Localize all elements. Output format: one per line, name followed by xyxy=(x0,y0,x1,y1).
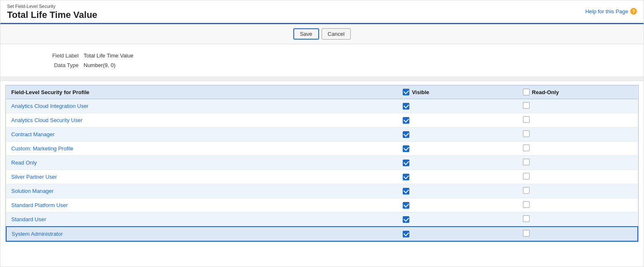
cell-visible xyxy=(398,156,518,170)
cell-profile: Analytics Cloud Integration User xyxy=(6,99,398,113)
table-row: Read Only xyxy=(6,156,638,170)
cancel-button[interactable]: Cancel xyxy=(322,28,351,40)
table-header-row: Field-Level Security for Profile Visible… xyxy=(6,85,638,99)
page-wrapper: Set Field-Level Security Total Life Time… xyxy=(0,0,644,267)
cell-readonly xyxy=(518,113,638,127)
visible-checkbox[interactable] xyxy=(403,103,409,110)
security-table-section: Field-Level Security for Profile Visible… xyxy=(5,85,639,242)
table-row: Standard User xyxy=(6,212,638,227)
visible-checkbox[interactable] xyxy=(403,231,409,237)
visible-checkbox[interactable] xyxy=(403,174,409,180)
visible-checkbox[interactable] xyxy=(403,131,409,138)
header-readonly-checkbox[interactable] xyxy=(523,89,530,95)
table-row: System Administrator xyxy=(6,227,638,241)
cell-profile: Standard User xyxy=(6,212,398,227)
readonly-checkbox[interactable] xyxy=(523,116,530,123)
table-row: Analytics Cloud Integration User xyxy=(6,99,638,113)
cell-profile: Standard Platform User xyxy=(6,198,398,212)
cell-visible xyxy=(398,99,518,113)
cell-readonly xyxy=(518,212,638,227)
field-type-label: Data Type xyxy=(0,62,84,68)
readonly-checkbox[interactable] xyxy=(523,130,530,137)
cell-readonly xyxy=(518,184,638,198)
security-table: Field-Level Security for Profile Visible… xyxy=(6,85,638,242)
help-icon: ? xyxy=(630,8,637,15)
cell-visible xyxy=(398,184,518,198)
readonly-checkbox[interactable] xyxy=(523,230,530,237)
page-header: Set Field-Level Security Total Life Time… xyxy=(0,0,644,24)
cell-profile: Silver Partner User xyxy=(6,170,398,184)
table-row: Analytics Cloud Security User xyxy=(6,113,638,127)
cell-readonly xyxy=(518,227,638,241)
cell-profile: Custom: Marketing Profile xyxy=(6,142,398,156)
readonly-checkbox[interactable] xyxy=(523,187,530,194)
save-button[interactable]: Save xyxy=(293,28,319,40)
visible-checkbox[interactable] xyxy=(403,216,409,223)
table-row: Silver Partner User xyxy=(6,170,638,184)
readonly-checkbox[interactable] xyxy=(523,159,530,165)
cell-readonly xyxy=(518,99,638,113)
cell-profile: System Administrator xyxy=(6,227,398,241)
toolbar: Save Cancel xyxy=(0,24,644,44)
cell-visible xyxy=(398,127,518,142)
cell-visible xyxy=(398,227,518,241)
field-label-row: Field Label Total Life Time Value xyxy=(0,51,644,60)
visible-checkbox[interactable] xyxy=(403,202,409,209)
cell-visible xyxy=(398,170,518,184)
header-left: Set Field-Level Security Total Life Time… xyxy=(7,4,97,20)
cell-readonly xyxy=(518,198,638,212)
help-link[interactable]: Help for this Page ? xyxy=(585,8,637,15)
visible-checkbox[interactable] xyxy=(403,117,409,124)
cell-profile: Contract Manager xyxy=(6,127,398,142)
visible-checkbox[interactable] xyxy=(403,188,409,195)
table-row: Custom: Marketing Profile xyxy=(6,142,638,156)
visible-checkbox[interactable] xyxy=(403,145,409,152)
help-link-text: Help for this Page xyxy=(585,8,628,15)
field-type-value: Number(9, 0) xyxy=(84,62,116,68)
readonly-checkbox[interactable] xyxy=(523,173,530,180)
cell-visible xyxy=(398,142,518,156)
col-header-visible: Visible xyxy=(398,85,518,99)
col-header-readonly: Read-Only xyxy=(518,85,638,99)
divider xyxy=(0,77,644,81)
readonly-checkbox[interactable] xyxy=(523,215,530,222)
readonly-checkbox[interactable] xyxy=(523,145,530,151)
cell-visible xyxy=(398,212,518,227)
cell-readonly xyxy=(518,170,638,184)
cell-profile: Solution Manager xyxy=(6,184,398,198)
cell-visible xyxy=(398,113,518,127)
table-body: Analytics Cloud Integration UserAnalytic… xyxy=(6,99,638,242)
cell-readonly xyxy=(518,127,638,142)
cell-readonly xyxy=(518,156,638,170)
table-row: Solution Manager xyxy=(6,184,638,198)
cell-profile: Analytics Cloud Security User xyxy=(6,113,398,127)
readonly-checkbox[interactable] xyxy=(523,102,530,109)
field-label-label: Field Label xyxy=(0,52,84,59)
visible-checkbox[interactable] xyxy=(403,160,409,166)
field-label-value: Total Life Time Value xyxy=(84,52,134,59)
cell-visible xyxy=(398,198,518,212)
col-header-profile: Field-Level Security for Profile xyxy=(6,85,398,99)
page-title: Total Life Time Value xyxy=(7,10,97,20)
readonly-checkbox[interactable] xyxy=(523,201,530,208)
cell-profile: Read Only xyxy=(6,156,398,170)
breadcrumb: Set Field-Level Security xyxy=(7,4,97,9)
table-row: Standard Platform User xyxy=(6,198,638,212)
table-row: Contract Manager xyxy=(6,127,638,142)
header-visible-checkbox[interactable] xyxy=(403,89,409,95)
field-info-section: Field Label Total Life Time Value Data T… xyxy=(0,44,644,77)
field-type-row: Data Type Number(9, 0) xyxy=(0,60,644,70)
cell-readonly xyxy=(518,142,638,156)
